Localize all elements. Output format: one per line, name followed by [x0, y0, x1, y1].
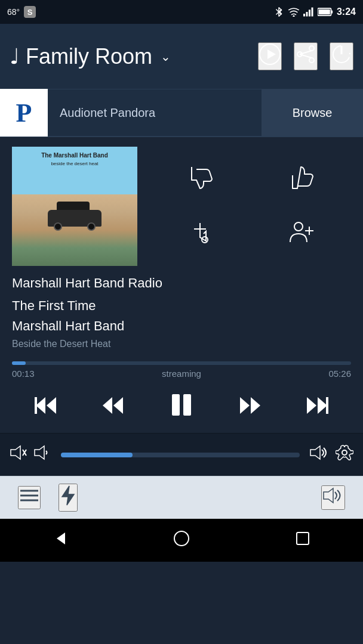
svg-marker-39 — [11, 446, 20, 459]
bottom-toolbar — [0, 476, 363, 519]
station-name: Marshall Hart Band Radio — [12, 275, 351, 291]
room-title: Family Room — [26, 44, 152, 69]
skip-forward-button[interactable] — [306, 395, 330, 420]
header-actions — [258, 42, 353, 70]
svg-rect-9 — [319, 10, 330, 15]
home-button[interactable] — [173, 530, 190, 551]
status-left: 68° S — [7, 5, 36, 18]
play-button[interactable] — [258, 42, 282, 70]
rewind-button[interactable] — [100, 395, 124, 420]
svg-rect-32 — [172, 394, 180, 416]
pandora-p-letter: P — [16, 98, 32, 128]
progress-times: 00:13 streaming 05:26 — [12, 369, 351, 379]
lightning-button[interactable] — [59, 484, 78, 512]
svg-rect-33 — [183, 394, 191, 416]
action-row-2 — [149, 218, 351, 249]
svg-rect-4 — [306, 12, 307, 17]
svg-marker-43 — [310, 446, 320, 459]
svg-point-44 — [342, 450, 347, 455]
album-band-text: The Marshall Hart Bandbeside the desert … — [12, 151, 137, 167]
pause-button[interactable] — [167, 391, 196, 423]
svg-marker-37 — [318, 397, 327, 414]
svg-point-12 — [309, 46, 314, 51]
pandora-logo: P — [0, 89, 48, 137]
add-to-playlist-button[interactable] — [187, 218, 213, 249]
volume-down-button[interactable] — [33, 445, 51, 465]
song-info: Marshall Hart Band Radio The First Time … — [12, 272, 351, 353]
svg-marker-50 — [57, 532, 65, 544]
volume-slider[interactable] — [61, 453, 300, 457]
svg-rect-29 — [35, 397, 37, 414]
main-content: The Marshall Hart Bandbeside the desert … — [0, 137, 363, 353]
settings-button[interactable] — [336, 444, 353, 466]
svg-marker-48 — [62, 486, 74, 505]
signal-icon — [303, 7, 314, 17]
svg-rect-5 — [309, 10, 310, 16]
app-icon: S — [23, 5, 36, 18]
svg-rect-6 — [311, 8, 313, 17]
svg-marker-36 — [307, 397, 316, 414]
chevron-down-icon[interactable]: ⌄ — [161, 49, 171, 64]
thumb-down-button[interactable] — [187, 165, 213, 195]
song-title: The First Time — [12, 298, 351, 314]
total-time: 05:26 — [328, 369, 351, 379]
action-row-1 — [149, 165, 351, 195]
service-name: Audionet Pandora — [48, 106, 262, 120]
album-name: Beside the Desert Heat — [12, 339, 351, 349]
now-playing-row: The Marshall Hart Bandbeside the desert … — [12, 147, 351, 266]
svg-rect-38 — [326, 397, 328, 414]
streaming-label: streaming — [162, 369, 201, 379]
album-art-bg: The Marshall Hart Bandbeside the desert … — [12, 147, 137, 266]
skip-back-button[interactable] — [33, 395, 57, 420]
power-button[interactable] — [330, 42, 353, 70]
svg-point-2 — [293, 16, 294, 17]
album-art: The Marshall Hart Bandbeside the desert … — [12, 147, 137, 266]
status-bar: 68° S 3:24 — [0, 0, 363, 24]
svg-marker-42 — [35, 446, 44, 459]
volume-up-button[interactable] — [309, 445, 330, 465]
recent-apps-button[interactable] — [294, 530, 311, 551]
svg-marker-27 — [36, 397, 45, 414]
clock: 3:24 — [337, 7, 356, 17]
share-button[interactable] — [294, 42, 318, 70]
volume-fill — [61, 453, 133, 457]
back-button[interactable] — [52, 530, 69, 551]
progress-section: 00:13 streaming 05:26 — [0, 353, 363, 381]
wifi-icon — [288, 7, 300, 17]
svg-rect-52 — [297, 532, 309, 544]
menu-button[interactable] — [18, 486, 41, 509]
action-buttons — [149, 147, 351, 266]
svg-marker-11 — [267, 49, 276, 59]
music-note-icon: ♩ — [10, 44, 20, 69]
bluetooth-icon — [273, 7, 284, 17]
svg-rect-3 — [303, 14, 305, 17]
status-right: 3:24 — [273, 7, 356, 17]
svg-point-24 — [294, 222, 303, 231]
svg-rect-8 — [331, 10, 333, 13]
progress-bar[interactable] — [12, 361, 351, 365]
browse-button[interactable]: Browse — [262, 89, 363, 137]
svg-marker-31 — [113, 397, 123, 414]
current-time: 00:13 — [12, 369, 35, 379]
thumb-up-button[interactable] — [288, 165, 314, 195]
svg-marker-28 — [47, 397, 56, 414]
volume-row — [0, 433, 363, 476]
svg-marker-30 — [103, 397, 112, 414]
temperature: 68° — [7, 7, 20, 17]
service-row: P Audionet Pandora Browse — [0, 89, 363, 137]
transport-controls — [0, 381, 363, 433]
artist-name: Marshall Hart Band — [12, 318, 351, 334]
svg-point-14 — [309, 58, 314, 63]
add-friend-button[interactable] — [288, 218, 314, 249]
svg-marker-34 — [240, 397, 250, 414]
volume-indicator-button[interactable] — [321, 485, 345, 510]
progress-fill — [12, 361, 26, 365]
svg-marker-49 — [324, 488, 333, 503]
svg-text:S: S — [27, 8, 33, 17]
mute-button[interactable] — [10, 445, 27, 465]
svg-point-51 — [174, 531, 189, 546]
forward-button[interactable] — [239, 395, 263, 420]
header-left: ♩ Family Room ⌄ — [10, 44, 171, 69]
toolbar-left — [18, 484, 78, 512]
nav-bar — [0, 519, 363, 562]
